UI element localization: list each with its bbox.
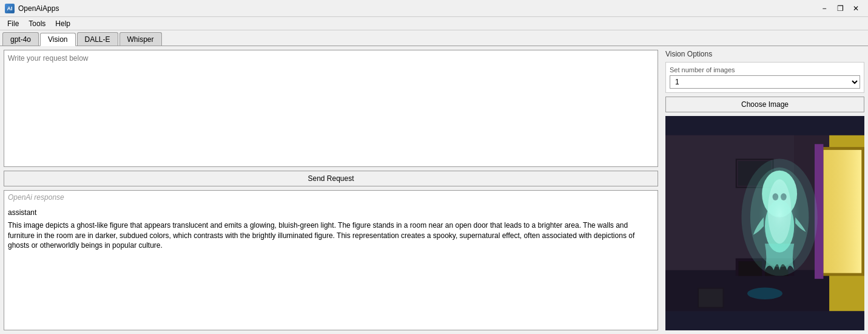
close-button[interactable]: ✕ — [849, 2, 863, 15]
vision-options-label: Vision Options — [665, 50, 864, 58]
menu-help[interactable]: Help — [50, 18, 75, 29]
set-number-label: Set number of images — [670, 66, 860, 73]
ghost-scene-svg — [665, 116, 864, 330]
menu-file[interactable]: File — [2, 18, 24, 29]
ghost-image-container — [665, 116, 864, 330]
title-bar-left: AI OpenAiApps — [5, 4, 59, 13]
svg-rect-6 — [823, 150, 861, 273]
response-content: assistant This image depicts a ghost-lik… — [4, 204, 658, 254]
response-section-label: OpenAi response — [4, 191, 658, 204]
left-panel: Send Request OpenAi response assistant T… — [0, 46, 662, 334]
tab-gpt4o[interactable]: gpt-4o — [2, 32, 39, 46]
number-of-images-select[interactable]: 1 2 3 4 5 — [670, 75, 860, 89]
send-request-button[interactable]: Send Request — [4, 171, 658, 186]
response-area: OpenAi response assistant This image dep… — [4, 190, 658, 330]
choose-image-button[interactable]: Choose Image — [665, 97, 864, 112]
title-bar-controls: − ❐ ✕ — [817, 2, 863, 15]
maximize-button[interactable]: ❐ — [833, 2, 847, 15]
right-panel: Vision Options Set number of images 1 2 … — [662, 46, 868, 334]
tab-vision[interactable]: Vision — [40, 33, 75, 46]
request-area — [4, 50, 658, 167]
main-content: Send Request OpenAi response assistant T… — [0, 46, 868, 334]
app-title: OpenAiApps — [18, 4, 59, 13]
options-section: Set number of images 1 2 3 4 5 — [665, 62, 864, 93]
request-textarea[interactable] — [4, 50, 658, 166]
menu-bar: File Tools Help — [0, 17, 868, 30]
tab-dalle[interactable]: DALL-E — [77, 32, 118, 46]
response-text: This image depicts a ghost-like figure t… — [8, 220, 654, 251]
minimize-button[interactable]: − — [817, 2, 832, 15]
tab-bar: gpt-4o Vision DALL-E Whisper — [0, 30, 868, 46]
svg-rect-12 — [699, 289, 723, 307]
menu-tools[interactable]: Tools — [24, 18, 50, 29]
app-icon: AI — [5, 4, 15, 13]
svg-point-24 — [747, 288, 782, 299]
tab-whisper[interactable]: Whisper — [119, 32, 162, 46]
response-role: assistant — [8, 208, 654, 218]
title-bar: AI OpenAiApps − ❐ ✕ — [0, 0, 868, 17]
svg-point-23 — [759, 179, 800, 250]
